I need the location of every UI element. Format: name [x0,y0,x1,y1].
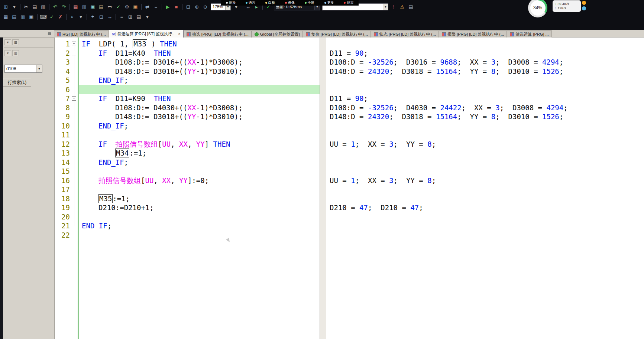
monitor-start-icon[interactable]: ▶ [164,3,172,10]
app-window-icon[interactable]: ⊞ [2,3,10,10]
cut-icon[interactable]: ✂ [22,3,30,10]
find-icon[interactable]: ⌕ [68,13,76,20]
line-search-button[interactable]: 行搜索(L) [3,78,31,87]
line-number[interactable]: 4 [55,67,71,76]
filter-option-icon[interactable]: ▥ [12,50,19,56]
line-number[interactable]: 15 [55,167,71,176]
line-number[interactable]: 10 [55,121,71,131]
frame-select-icon[interactable]: ⊡ [97,13,105,20]
line-number[interactable]: 3 [55,58,71,67]
code-line-21[interactable]: END_IF; [79,221,320,231]
panel-menu-button[interactable]: ▤ [47,31,52,36]
code-line-10[interactable]: END_IF; [79,121,320,131]
zoom-out-icon[interactable]: ⊖ [201,3,209,10]
entry-ok-icon[interactable]: ✓ [48,13,56,20]
more-recorder-button[interactable]: 更多 [324,1,334,4]
monitor-stop-icon[interactable]: ■ [172,3,180,10]
code-area[interactable]: IF LDP( 1, M33 ) THENIF D11=K40 THEND108… [79,39,320,339]
list-view-icon[interactable]: ≡ [118,13,126,20]
tab-6[interactable]: 状态 [PRG] [LD] 监视执行中 (... [371,30,439,38]
line-number[interactable]: 5 [55,76,71,85]
code-line-15[interactable] [79,167,320,176]
overlay-button-blue[interactable] [582,6,586,10]
editor-monitor-splitter[interactable] [320,38,326,339]
device-list-icon[interactable]: ≡ [152,3,160,10]
detail-view-icon[interactable]: ▤ [135,13,143,20]
line-number[interactable]: 14 [55,158,71,167]
copy-icon[interactable]: ▤ [31,3,39,10]
rebuild-all-icon[interactable]: ▣ [132,3,139,10]
line-number[interactable]: 22 [55,231,71,240]
chevron-down-icon[interactable]: ▾ [383,4,388,10]
line-number[interactable]: 18 [55,194,71,203]
chevron-down-icon[interactable]: ▾ [36,65,42,72]
fit-width-icon[interactable]: ↔ [106,13,114,20]
line-number[interactable]: 16 [55,176,71,185]
error-list-icon[interactable]: ! [390,3,398,10]
zoom-recorder-button[interactable]: 缩放 [226,1,236,4]
paste-icon[interactable]: ▥ [39,3,47,10]
stop-recorder-button[interactable]: 结束 [344,1,353,4]
overlay-button-orange[interactable] [582,1,586,5]
code-line-5[interactable]: END_IF; [79,76,320,85]
label-editor-icon[interactable]: ▤ [97,3,105,10]
convert-icon[interactable]: ⚙ [123,3,131,10]
tab-7[interactable]: 报警 [PRG] [LD] 监视执行中 (... [439,30,507,38]
device-comment-icon[interactable]: ▭ [106,3,114,10]
keyboard-entry-icon[interactable]: ⌨ [39,13,47,20]
close-icon[interactable]: × [178,32,180,36]
search-device-combo[interactable]: d108 ▾ [4,65,42,73]
redo-icon[interactable]: ↷ [60,3,68,10]
fb-editor-icon[interactable]: ▣ [89,3,97,10]
check-program-icon[interactable]: ✓ [114,3,122,10]
entry-ng-icon[interactable]: ✗ [56,13,64,20]
fold-collapse-icon[interactable]: − [72,96,76,101]
line-number[interactable]: 6 [55,85,71,94]
code-line-7[interactable]: IF D11=K90 THEN [79,94,320,103]
watch-window-icon[interactable]: ▣ [27,13,35,20]
code-line-9[interactable]: D148:D:= D3018+((YY-1)*D3010); [79,112,320,121]
line-number[interactable]: 2 [55,49,71,58]
line-number[interactable]: 12 [55,140,71,149]
filter-caret-icon[interactable]: ▾ [4,50,11,56]
dock-caret-icon[interactable]: ▾ [4,39,11,45]
tab-3[interactable]: 筛选 [PRG] [LD] 监视执行中 (... [184,30,252,38]
code-line-20[interactable] [79,212,320,222]
line-number[interactable]: 1 [55,39,71,49]
code-line-19[interactable]: D210:=D210+1; [79,203,320,212]
window-menu-caret-icon[interactable]: ▾ [10,3,18,10]
st-editor-icon[interactable]: ▥ [80,3,88,10]
line-number[interactable]: 21 [55,221,71,231]
line-number[interactable]: 20 [55,212,71,222]
output-window-icon[interactable]: ▤ [407,3,415,10]
line-number[interactable]: 11 [55,130,71,140]
tab-8[interactable]: 筛选运算 [PRG] ... [507,30,551,38]
dock-panel-icon[interactable]: ▦ [12,39,19,45]
tab-5[interactable]: 复位 [PRG] [LD] 监视执行中 (... [303,30,371,38]
code-line-14[interactable]: END_IF; [79,158,320,167]
line-number[interactable]: 13 [55,149,71,158]
code-line-12[interactable]: IF 拍照信号数组[UU, XX, YY] THEN [79,140,320,149]
tab-1[interactable]: RG] [LD] 监视执行中 (... [54,30,109,38]
code-line-13[interactable]: M34:=1; [79,149,320,158]
code-line-2[interactable]: IF D11=K40 THEN [79,49,320,58]
code-line-4[interactable]: D148:D:= D3018+((YY-1)*D3010); [79,67,320,76]
whiteboard-recorder-button[interactable]: 白板 [265,1,275,4]
undo-icon[interactable]: ↶ [51,3,59,10]
line-number[interactable]: 17 [55,185,71,194]
code-line-16[interactable]: 拍照信号数组[UU, XX, YY]:=0; [79,176,320,185]
tab-2[interactable]: ST筛选运算 [PRG] [ST] 监视执行...× [109,30,184,38]
code-line-22[interactable] [79,231,320,240]
code-line-11[interactable] [79,130,320,140]
fullscreen-recorder-button[interactable]: 全屏 [305,1,314,4]
line-number[interactable]: 9 [55,112,71,121]
code-line-18[interactable]: M35:=1; [79,194,320,203]
cross-reference-icon[interactable]: ⇄ [143,3,151,10]
code-line-3[interactable]: D108:D:= D3016+((XX-1)*D3008); [79,58,320,67]
language-recorder-button[interactable]: 语言 [246,1,255,4]
window-cascade-icon[interactable]: ▦ [2,13,10,20]
ladder-editor-icon[interactable]: ▦ [72,3,80,10]
view-caret-icon[interactable]: ▾ [143,13,151,20]
line-number[interactable]: 19 [55,203,71,212]
warning-list-icon[interactable]: ⚠ [398,3,406,10]
